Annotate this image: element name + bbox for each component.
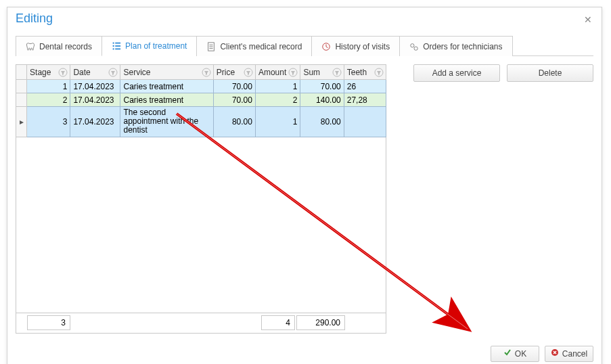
table-row[interactable]: 1 17.04.2023 Caries treatment 70.00 1 70… [16, 80, 386, 93]
tab-content: Stage Date Service Price Amount [7, 56, 602, 342]
list-icon [112, 41, 121, 51]
summary-amount: 4 [261, 315, 295, 330]
tab-label: Plan of treatment [125, 41, 187, 51]
col-price[interactable]: Price [213, 65, 255, 80]
clock-icon [321, 42, 331, 51]
col-date[interactable]: Date [70, 65, 120, 80]
svg-rect-3 [115, 43, 120, 44]
delete-button[interactable]: Delete [507, 64, 593, 82]
table-row[interactable]: 2 17.04.2023 Caries treatment 70.00 2 14… [16, 93, 386, 107]
svg-point-1 [113, 45, 114, 47]
tab-label: Orders for technicians [423, 42, 502, 51]
svg-point-11 [411, 43, 414, 47]
summary-stage: 3 [27, 315, 70, 330]
summary-sum: 290.00 [296, 315, 345, 330]
col-sum[interactable]: Sum [300, 65, 344, 80]
tab-label: Client's medical record [220, 42, 302, 51]
svg-point-12 [414, 47, 417, 50]
tabs: Dental records Plan of treatment Client'… [16, 35, 593, 56]
filter-icon[interactable] [332, 68, 342, 77]
col-service[interactable]: Service [120, 65, 213, 80]
svg-rect-5 [115, 49, 120, 50]
tab-plan-of-treatment[interactable]: Plan of treatment [101, 36, 197, 56]
filter-icon[interactable] [374, 68, 384, 77]
treatment-grid[interactable]: Stage Date Service Price Amount [16, 64, 386, 137]
row-header-col [16, 65, 27, 80]
close-icon[interactable]: ✕ [584, 14, 592, 25]
col-teeth[interactable]: Teeth [344, 65, 386, 80]
row-indicator [16, 93, 27, 107]
tab-label: Dental records [39, 42, 92, 51]
grid-empty-area [16, 137, 386, 313]
svg-rect-4 [115, 45, 120, 47]
tab-dental-records[interactable]: Dental records [16, 36, 102, 56]
tab-orders-for-technicians[interactable]: Orders for technicians [399, 36, 512, 56]
filter-icon[interactable] [288, 68, 298, 77]
filter-icon[interactable] [108, 68, 118, 77]
tooth-icon [26, 42, 35, 51]
filter-icon[interactable] [202, 68, 211, 77]
cancel-icon [551, 348, 559, 359]
dialog-footer: OK Cancel [7, 342, 602, 362]
svg-point-0 [113, 42, 114, 43]
tab-history-of-visits[interactable]: History of visits [311, 36, 400, 56]
row-indicator: ▸ [16, 107, 27, 137]
check-icon [503, 348, 512, 359]
table-row[interactable]: ▸ 3 17.04.2023 The second appointment wi… [16, 107, 386, 137]
row-indicator [16, 80, 27, 93]
tab-label: History of visits [335, 42, 390, 51]
col-stage[interactable]: Stage [27, 65, 70, 80]
cancel-button[interactable]: Cancel [545, 346, 593, 362]
ok-button[interactable]: OK [491, 346, 539, 362]
filter-icon[interactable] [244, 68, 253, 77]
tab-medical-record[interactable]: Client's medical record [196, 36, 312, 56]
dialog-title: Editing [7, 7, 602, 35]
add-service-button[interactable]: Add a service [413, 64, 500, 82]
gears-icon [409, 42, 419, 51]
filter-icon[interactable] [58, 68, 68, 77]
grid-summary: 3 4 290.00 [16, 313, 386, 334]
svg-point-2 [113, 48, 114, 49]
document-icon [206, 42, 216, 51]
editing-dialog: Editing ✕ Dental records Plan of treatme… [7, 7, 602, 364]
col-amount[interactable]: Amount [255, 65, 300, 80]
